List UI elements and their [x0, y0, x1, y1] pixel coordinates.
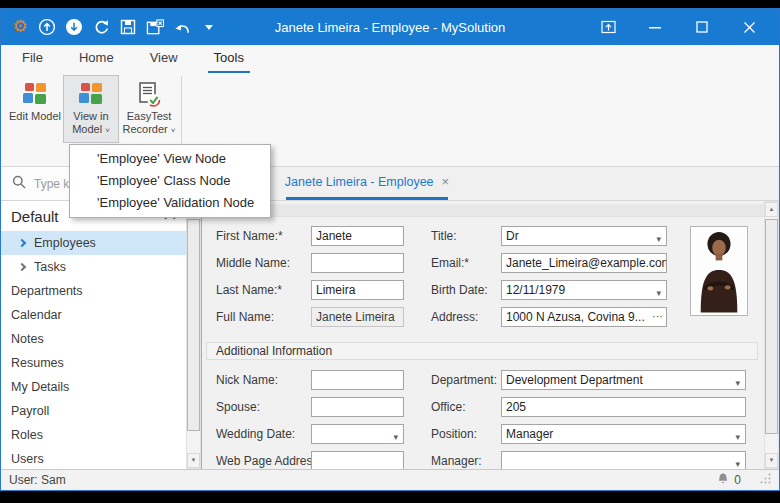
- sidebar-item-calendar[interactable]: Calendar: [1, 303, 186, 327]
- edit-model-button[interactable]: Edit Model: [7, 75, 63, 143]
- body: Default Employees Tasks Departments Cale…: [1, 201, 779, 469]
- address-input[interactable]: 1000 N Azusa, Covina 9...: [501, 307, 667, 327]
- test-document-check-icon: [134, 80, 164, 110]
- form-scrollbar[interactable]: [764, 201, 779, 469]
- sidebar-item-roles[interactable]: Roles: [1, 423, 186, 447]
- view-in-model-label: View inModel ˅: [72, 110, 110, 137]
- document-tab-janete-limeira[interactable]: Janete Limeira - Employee: [286, 167, 448, 200]
- title-combo[interactable]: Dr: [501, 226, 667, 246]
- dock-popup-icon[interactable]: [600, 19, 616, 35]
- form-top-strip: [202, 204, 764, 217]
- tab-view[interactable]: View: [144, 45, 184, 73]
- web-page-address-label: Web Page Address:: [216, 451, 322, 469]
- statusbar: User: Sam 0: [1, 469, 779, 490]
- wedding-date-picker[interactable]: [311, 424, 404, 444]
- notification-count: 0: [734, 473, 741, 487]
- statusbar-user: User: Sam: [9, 473, 66, 487]
- spouse-label: Spouse:: [216, 397, 260, 417]
- close-icon[interactable]: [741, 19, 757, 35]
- position-combo[interactable]: Manager: [501, 424, 746, 444]
- office-input[interactable]: 205: [501, 397, 746, 417]
- easytest-recorder-button[interactable]: EasyTestRecorder ˅: [119, 75, 179, 143]
- last-name-input[interactable]: Limeira: [311, 280, 404, 300]
- maximize-icon[interactable]: [694, 19, 710, 35]
- minimize-icon[interactable]: [647, 19, 663, 35]
- address-ellipsis-button[interactable]: [652, 308, 663, 324]
- scrollbar-thumb[interactable]: [187, 219, 200, 431]
- next-record-icon[interactable]: [65, 18, 83, 36]
- tab-tools[interactable]: Tools: [208, 45, 250, 73]
- birth-date-label: Birth Date:: [431, 280, 488, 300]
- save-and-close-icon[interactable]: [146, 18, 164, 36]
- menu-item-employee-validation-node[interactable]: 'Employee' Validation Node: [70, 192, 270, 214]
- navigation-sidebar: Default Employees Tasks Departments Cale…: [1, 201, 186, 469]
- sidebar-item-notes[interactable]: Notes: [1, 327, 186, 351]
- dropdown-caret-icon: ˅: [105, 126, 110, 135]
- tab-file[interactable]: File: [16, 45, 49, 73]
- sidebar-item-tasks[interactable]: Tasks: [1, 255, 186, 279]
- scroll-up-icon[interactable]: [765, 202, 778, 217]
- quick-access-toolbar: ⚙: [1, 18, 218, 36]
- last-name-label: Last Name:*: [216, 280, 282, 300]
- view-in-model-button[interactable]: View inModel ˅: [63, 75, 119, 143]
- nick-name-input[interactable]: [311, 370, 404, 390]
- notifications-bell-icon[interactable]: [717, 473, 729, 488]
- scroll-down-icon[interactable]: [765, 453, 778, 468]
- sidebar-scrollbar[interactable]: [186, 201, 201, 469]
- full-name-readonly: Janete Limeira: [311, 307, 404, 327]
- department-label: Department:: [431, 370, 497, 390]
- office-label: Office:: [431, 397, 465, 417]
- employee-detail-form: First Name:* Janete Middle Name: Last Na…: [201, 201, 764, 469]
- menu-item-employee-view-node[interactable]: 'Employee' View Node: [70, 148, 270, 170]
- spouse-input[interactable]: [311, 397, 404, 417]
- scrollbar-track[interactable]: [187, 217, 200, 453]
- sidebar-item-my-details[interactable]: My Details: [1, 375, 186, 399]
- model-tiles-icon: [20, 80, 50, 110]
- sidebar-item-departments[interactable]: Departments: [1, 279, 186, 303]
- sidebar-item-employees[interactable]: Employees: [1, 231, 186, 255]
- expand-chevron-icon: [18, 239, 26, 247]
- first-name-input[interactable]: Janete: [311, 226, 404, 246]
- middle-name-input[interactable]: [311, 253, 404, 273]
- previous-record-icon[interactable]: [38, 18, 56, 36]
- qat-dropdown-caret-icon[interactable]: [200, 18, 218, 36]
- address-label: Address:: [431, 307, 478, 327]
- first-name-label: First Name:*: [216, 226, 283, 246]
- model-tiles-icon: [76, 80, 106, 110]
- undo-icon[interactable]: [173, 18, 191, 36]
- search-icon: [12, 175, 26, 193]
- scrollbar-thumb[interactable]: [765, 219, 778, 434]
- dropdown-caret-icon: ˅: [171, 126, 176, 135]
- menu-item-employee-class-node[interactable]: 'Employee' Class Node: [70, 170, 270, 192]
- view-in-model-dropdown-menu: 'Employee' View Node 'Employee' Class No…: [69, 144, 271, 218]
- birth-date-picker[interactable]: 12/11/1979: [501, 280, 667, 300]
- resize-grip[interactable]: [760, 473, 771, 487]
- email-label: Email:*: [431, 253, 469, 273]
- manager-combo[interactable]: [501, 451, 746, 469]
- title-label: Title:: [431, 226, 457, 246]
- sidebar-item-payroll[interactable]: Payroll: [1, 399, 186, 423]
- web-page-address-input[interactable]: [311, 451, 404, 469]
- middle-name-label: Middle Name:: [216, 253, 290, 273]
- additional-information-header: Additional Information: [206, 342, 758, 360]
- app-gear-icon[interactable]: ⚙: [11, 18, 29, 36]
- titlebar: ⚙ Janete Limeira - Employee -: [1, 9, 779, 45]
- window-controls: [600, 19, 779, 35]
- tab-home[interactable]: Home: [73, 45, 120, 73]
- scroll-down-icon[interactable]: [187, 453, 200, 468]
- sidebar-item-users[interactable]: Users: [1, 447, 186, 469]
- nick-name-label: Nick Name:: [216, 370, 278, 390]
- save-icon[interactable]: [119, 18, 137, 36]
- email-input[interactable]: Janete_Limeira@example.com: [501, 253, 667, 273]
- tab-close-icon[interactable]: [442, 175, 450, 189]
- department-combo[interactable]: Development Department: [501, 370, 746, 390]
- refresh-icon[interactable]: [92, 18, 110, 36]
- scrollbar-track[interactable]: [765, 217, 778, 453]
- employee-photo[interactable]: [690, 226, 748, 316]
- full-name-label: Full Name:: [216, 307, 274, 327]
- manager-label: Manager:: [431, 451, 482, 469]
- app-window: ⚙ Janete Limeira - Employee -: [0, 8, 780, 491]
- sidebar-item-resumes[interactable]: Resumes: [1, 351, 186, 375]
- easytest-recorder-label: EasyTestRecorder ˅: [123, 110, 176, 137]
- ribbon-tab-row: File Home View Tools: [1, 45, 779, 73]
